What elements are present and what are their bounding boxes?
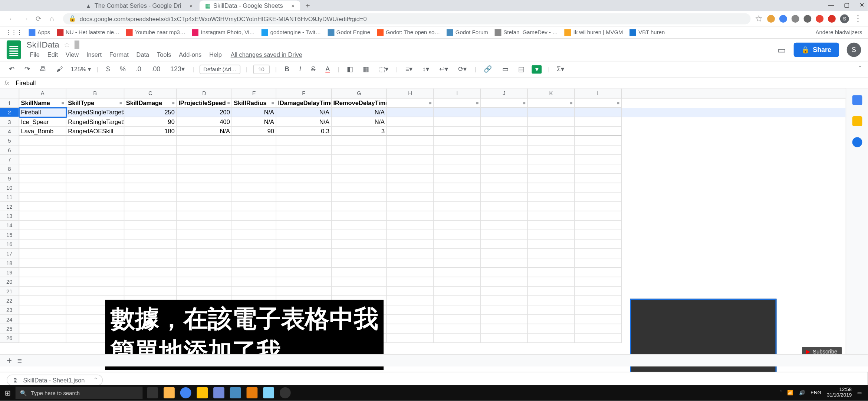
- new-tab-button[interactable]: +: [305, 1, 310, 10]
- italic-button[interactable]: I: [297, 64, 303, 74]
- col-header[interactable]: D: [177, 88, 232, 98]
- cell[interactable]: [124, 136, 177, 146]
- bookmark[interactable]: NU - Het laatste nie…: [57, 29, 119, 36]
- cell[interactable]: [528, 324, 575, 333]
- cell[interactable]: [481, 305, 528, 314]
- cell[interactable]: [124, 287, 177, 296]
- cell[interactable]: [434, 127, 481, 136]
- cell[interactable]: [481, 324, 528, 333]
- cell[interactable]: [232, 239, 276, 249]
- text-color-button[interactable]: A: [323, 64, 332, 74]
- row-header[interactable]: 5: [0, 136, 19, 146]
- cell[interactable]: [66, 287, 124, 296]
- cell[interactable]: [332, 211, 387, 221]
- cell[interactable]: [276, 249, 332, 258]
- cell[interactable]: [528, 333, 575, 343]
- cell[interactable]: [387, 155, 434, 164]
- borders-button[interactable]: ▦: [361, 64, 371, 74]
- cell[interactable]: [66, 268, 124, 277]
- cell[interactable]: N/A: [276, 117, 332, 127]
- cell[interactable]: [332, 193, 387, 202]
- cell[interactable]: [434, 287, 481, 296]
- forward-button[interactable]: →: [20, 14, 30, 23]
- cell[interactable]: [387, 221, 434, 230]
- cell[interactable]: [332, 258, 387, 268]
- row-header[interactable]: 24: [0, 315, 19, 324]
- cell[interactable]: [387, 127, 434, 136]
- cell[interactable]: [66, 239, 124, 249]
- cell-header[interactable]: SkillName≡: [19, 98, 66, 108]
- cell[interactable]: [332, 249, 387, 258]
- cell[interactable]: [387, 239, 434, 249]
- cell-header[interactable]: IProjectileSpeed≡: [177, 98, 232, 108]
- reload-button[interactable]: ⟳: [34, 14, 44, 23]
- cell[interactable]: [332, 202, 387, 211]
- cell[interactable]: [387, 249, 434, 258]
- cell[interactable]: N/A: [332, 108, 387, 117]
- cell[interactable]: [387, 108, 434, 117]
- clock[interactable]: 12:58 31/10/2019: [827, 387, 852, 398]
- cell[interactable]: [434, 174, 481, 183]
- cell-header[interactable]: IDamageDelayTime≡: [276, 98, 332, 108]
- cell[interactable]: [276, 211, 332, 221]
- cell[interactable]: [575, 315, 622, 324]
- bold-button[interactable]: B: [282, 64, 292, 74]
- menu-help[interactable]: Help: [206, 50, 225, 59]
- number-format-button[interactable]: 123▾: [168, 64, 187, 74]
- currency-button[interactable]: $: [104, 64, 112, 74]
- cell[interactable]: [124, 146, 177, 155]
- explorer-icon[interactable]: [164, 387, 175, 398]
- cell[interactable]: 200: [177, 108, 232, 117]
- print-button[interactable]: 🖶: [37, 64, 49, 74]
- cell[interactable]: [66, 277, 124, 286]
- cell[interactable]: [124, 183, 177, 192]
- sheets-logo-icon[interactable]: [7, 40, 21, 59]
- cell[interactable]: [232, 287, 276, 296]
- filter-icon[interactable]: ≡: [119, 99, 122, 107]
- cell[interactable]: [434, 202, 481, 211]
- cell[interactable]: [387, 333, 434, 343]
- cell[interactable]: [434, 296, 481, 305]
- other-bookmarks[interactable]: Andere bladwijzers: [815, 29, 862, 35]
- cell[interactable]: [332, 239, 387, 249]
- cell[interactable]: [66, 193, 124, 202]
- godot-icon[interactable]: [230, 387, 241, 398]
- cell-header[interactable]: IRemoveDelayTime≡: [332, 98, 387, 108]
- cell[interactable]: [528, 277, 575, 286]
- cell[interactable]: [232, 230, 276, 239]
- cell[interactable]: [528, 146, 575, 155]
- cell[interactable]: [276, 155, 332, 164]
- cell[interactable]: [528, 117, 575, 127]
- cell[interactable]: [276, 268, 332, 277]
- user-avatar[interactable]: S: [847, 43, 861, 57]
- cell[interactable]: [124, 277, 177, 286]
- row-header[interactable]: 18: [0, 258, 19, 268]
- back-button[interactable]: ←: [7, 14, 17, 23]
- cell[interactable]: [177, 183, 232, 192]
- cell[interactable]: [276, 146, 332, 155]
- cell[interactable]: [66, 174, 124, 183]
- cell[interactable]: [232, 164, 276, 174]
- bookmark[interactable]: Instagram Photo, Vi…: [192, 29, 255, 36]
- cell-header[interactable]: SkillRadius≡: [232, 98, 276, 108]
- cell[interactable]: [387, 315, 434, 324]
- col-header[interactable]: A: [19, 88, 66, 98]
- percent-button[interactable]: %: [118, 64, 128, 74]
- cell[interactable]: [575, 108, 622, 117]
- cell[interactable]: [387, 305, 434, 314]
- cell[interactable]: [276, 230, 332, 239]
- cell[interactable]: [19, 239, 66, 249]
- cell[interactable]: [177, 268, 232, 277]
- row-header[interactable]: 6: [0, 146, 19, 155]
- cell[interactable]: [387, 324, 434, 333]
- row-header[interactable]: 3: [0, 117, 19, 127]
- cell[interactable]: [276, 136, 332, 146]
- cell[interactable]: [481, 193, 528, 202]
- cell[interactable]: [481, 296, 528, 305]
- cell[interactable]: [19, 174, 66, 183]
- cell[interactable]: [481, 174, 528, 183]
- bookmark[interactable]: Godot: The open so…: [377, 29, 440, 36]
- cell[interactable]: [177, 155, 232, 164]
- link-button[interactable]: 🔗: [481, 64, 494, 74]
- cell[interactable]: [575, 268, 622, 277]
